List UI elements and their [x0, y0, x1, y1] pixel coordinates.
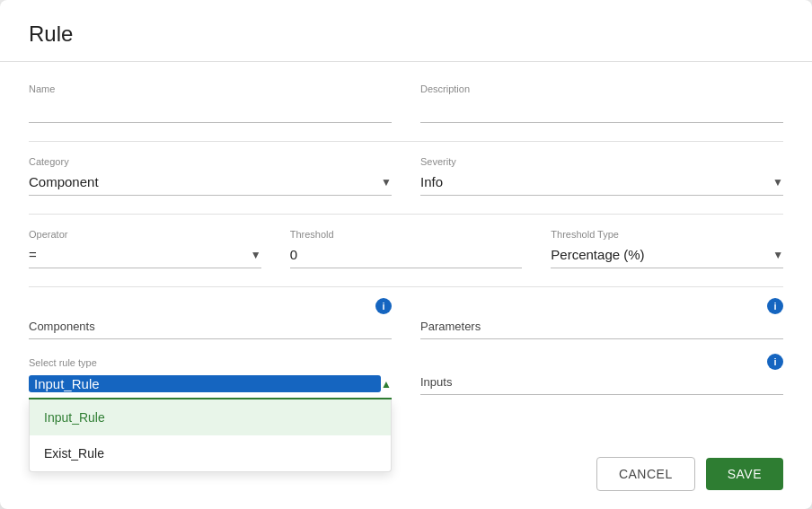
- category-label: Category: [29, 156, 392, 167]
- dialog-footer: CANCEL SAVE: [568, 443, 812, 509]
- operator-value: =: [29, 247, 251, 262]
- dropdown-item-input-rule[interactable]: Input_Rule: [30, 399, 391, 435]
- select-rule-chevron-icon: ▲: [381, 378, 392, 391]
- dialog-body: Name Description Category Component ▼ Se…: [0, 62, 812, 414]
- description-field: Description: [420, 83, 783, 123]
- category-field: Category Component ▼: [29, 156, 392, 196]
- threshold-label: Threshold: [290, 229, 523, 240]
- threshold-type-field: Threshold Type Percentage (%) ▼: [551, 229, 783, 268]
- divider-1: [29, 141, 783, 142]
- components-info-icon[interactable]: i: [375, 298, 392, 314]
- operator-field: Operator = ▼: [29, 229, 261, 268]
- severity-chevron-icon: ▼: [772, 176, 783, 189]
- select-rule-type-label: Select rule type: [29, 357, 392, 368]
- name-description-row: Name Description: [29, 83, 783, 123]
- components-section: i Components: [29, 302, 392, 339]
- severity-select[interactable]: Info ▼: [420, 171, 783, 196]
- select-rule-type-field: Select rule type Input_Rule ▲ Input_Rule…: [29, 357, 392, 399]
- threshold-field: Threshold: [290, 229, 523, 268]
- dropdown-item-exist-rule[interactable]: Exist_Rule: [30, 435, 391, 471]
- select-rule-type-select[interactable]: Input_Rule ▲: [29, 372, 392, 399]
- divider-2: [29, 214, 783, 215]
- rule-dialog: Rule Name Description Category Component…: [0, 0, 812, 509]
- description-label: Description: [420, 83, 783, 94]
- operator-label: Operator: [29, 229, 261, 240]
- parameters-info-icon[interactable]: i: [767, 298, 783, 314]
- category-severity-row: Category Component ▼ Severity Info ▼: [29, 156, 783, 196]
- cancel-button[interactable]: CANCEL: [596, 457, 695, 491]
- threshold-type-chevron-icon: ▼: [772, 249, 783, 261]
- name-label: Name: [29, 83, 392, 94]
- threshold-type-value: Percentage (%): [551, 247, 772, 262]
- threshold-type-select[interactable]: Percentage (%) ▼: [551, 243, 783, 268]
- components-label: Components: [29, 320, 392, 339]
- rule-type-inputs-row: Select rule type Input_Rule ▲ Input_Rule…: [29, 343, 783, 399]
- category-value: Component: [29, 174, 381, 189]
- category-select[interactable]: Component ▼: [29, 171, 392, 196]
- severity-label: Severity: [420, 156, 783, 167]
- save-button[interactable]: SAVE: [706, 458, 783, 490]
- select-rule-type-value: Input_Rule: [29, 375, 381, 392]
- severity-field: Severity Info ▼: [420, 156, 783, 196]
- dialog-title: Rule: [0, 0, 812, 62]
- severity-value: Info: [420, 174, 772, 189]
- divider-3: [29, 286, 783, 287]
- category-chevron-icon: ▼: [381, 176, 392, 189]
- name-input[interactable]: [29, 98, 392, 123]
- inputs-section: i Inputs: [420, 357, 783, 399]
- name-field: Name: [29, 83, 392, 123]
- operator-threshold-row: Operator = ▼ Threshold Threshold Type Pe…: [29, 229, 783, 268]
- components-parameters-row: i Components i Parameters: [29, 302, 783, 339]
- rule-type-dropdown: Input_Rule Exist_Rule: [29, 399, 392, 472]
- parameters-section: i Parameters: [420, 302, 783, 339]
- inputs-info-icon[interactable]: i: [767, 354, 783, 370]
- operator-select[interactable]: = ▼: [29, 243, 261, 268]
- description-input[interactable]: [420, 98, 783, 123]
- threshold-type-label: Threshold Type: [551, 229, 783, 240]
- parameters-label: Parameters: [420, 320, 783, 339]
- operator-chevron-icon: ▼: [251, 249, 261, 261]
- inputs-label: Inputs: [420, 375, 783, 395]
- threshold-input[interactable]: [290, 243, 523, 268]
